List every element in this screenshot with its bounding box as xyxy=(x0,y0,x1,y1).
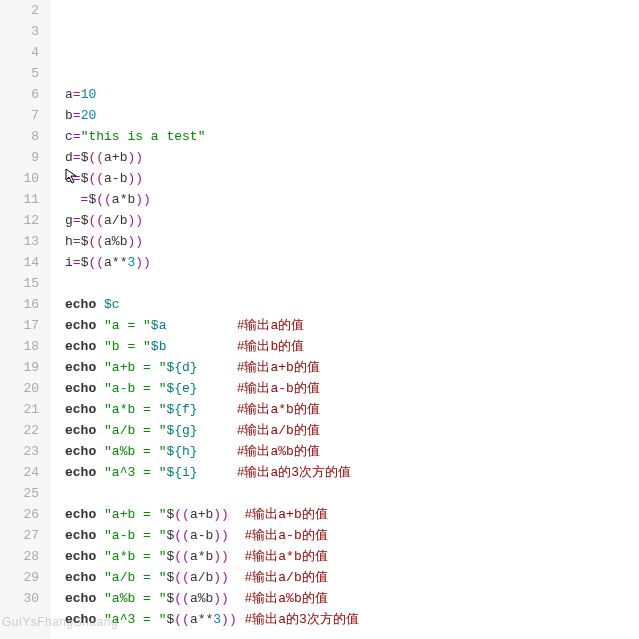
code-line[interactable]: echo "a%b = "$((a%b)) #输出a%b的值 xyxy=(65,588,398,609)
line-number: 19 xyxy=(0,357,39,378)
code-token xyxy=(96,570,104,585)
code-token: )) xyxy=(213,591,229,606)
code-line[interactable]: echo "a*b = "${f} #输出a*b的值 xyxy=(65,399,398,420)
code-line[interactable]: echo "a/b = "$((a/b)) #输出a/b的值 xyxy=(65,567,398,588)
code-line[interactable]: echo "a*b = "$((a*b)) #输出a*b的值 xyxy=(65,546,398,567)
code-token: = xyxy=(73,150,81,165)
code-token: a-b xyxy=(190,528,213,543)
code-line[interactable]: echo "a/b = "${g} #输出a/b的值 xyxy=(65,420,398,441)
code-token: e xyxy=(65,171,73,186)
code-token: (( xyxy=(88,255,104,270)
code-token: (( xyxy=(174,570,190,585)
code-token: ${d} xyxy=(166,360,197,375)
code-token xyxy=(96,423,104,438)
code-token: #输出a*b的值 xyxy=(237,402,320,417)
code-token: a+b xyxy=(104,150,127,165)
code-line[interactable]: echo "a^3 = "${i} #输出a的3次方的值 xyxy=(65,462,398,483)
code-token: echo xyxy=(65,381,96,396)
code-token: (( xyxy=(174,612,190,627)
code-token: ${g} xyxy=(166,423,197,438)
code-token: #输出a+b的值 xyxy=(245,507,328,522)
code-token xyxy=(96,339,104,354)
code-token: echo xyxy=(65,612,96,627)
code-line[interactable]: e=$((a-b)) xyxy=(65,168,398,189)
line-number: 16 xyxy=(0,294,39,315)
code-token: c xyxy=(65,129,73,144)
code-token xyxy=(96,318,104,333)
code-token: )) xyxy=(213,570,229,585)
code-area[interactable]: a=10b=20c="this is a test"d=$((a+b))e=$(… xyxy=(50,0,398,639)
code-token: 20 xyxy=(81,108,97,123)
code-line[interactable]: =$((a*b)) xyxy=(65,189,398,210)
line-number: 11 xyxy=(0,189,39,210)
code-line[interactable]: echo "a%b = "${h} #输出a%b的值 xyxy=(65,441,398,462)
code-token: = xyxy=(73,171,81,186)
code-line[interactable] xyxy=(65,63,398,84)
code-token: "a*b = " xyxy=(104,402,166,417)
code-line[interactable]: echo "a^3 = "$((a**3)) #输出a的3次方的值 xyxy=(65,609,398,630)
code-token: #输出a+b的值 xyxy=(237,360,320,375)
code-token: a%b xyxy=(190,591,213,606)
line-number: 28 xyxy=(0,546,39,567)
code-token: echo xyxy=(65,444,96,459)
code-editor[interactable]: 2345678910111213141516171819202122232425… xyxy=(0,0,639,639)
code-token xyxy=(198,465,237,480)
code-line[interactable]: echo "a-b = "${e} #输出a-b的值 xyxy=(65,378,398,399)
line-number: 5 xyxy=(0,63,39,84)
code-line[interactable]: i=$((a**3)) xyxy=(65,252,398,273)
code-token: = xyxy=(73,129,81,144)
code-line[interactable]: c="this is a test" xyxy=(65,126,398,147)
code-token: #输出b的值 xyxy=(237,339,305,354)
code-token xyxy=(96,465,104,480)
line-number: 24 xyxy=(0,462,39,483)
line-number: 3 xyxy=(0,21,39,42)
code-token xyxy=(229,570,245,585)
code-token: )) xyxy=(127,234,143,249)
code-token xyxy=(229,591,245,606)
code-token: )) xyxy=(213,549,229,564)
code-line[interactable]: echo "a+b = "${d} #输出a+b的值 xyxy=(65,357,398,378)
code-token: ${e} xyxy=(166,381,197,396)
code-line[interactable]: g=$((a/b)) xyxy=(65,210,398,231)
code-line[interactable]: echo "a-b = "$((a-b)) #输出a-b的值 xyxy=(65,525,398,546)
code-token: "a/b = " xyxy=(104,423,166,438)
code-token: a/b xyxy=(190,570,213,585)
code-token: = xyxy=(73,234,81,249)
code-token xyxy=(96,381,104,396)
code-token: 3 xyxy=(213,612,221,627)
code-token: #输出a/b的值 xyxy=(245,570,328,585)
code-token: #输出a-b的值 xyxy=(237,381,320,396)
code-line[interactable]: echo "a+b = "$((a+b)) #输出a+b的值 xyxy=(65,504,398,525)
code-line[interactable]: b=20 xyxy=(65,105,398,126)
line-number: 7 xyxy=(0,105,39,126)
code-token: $b xyxy=(151,339,167,354)
code-token: #输出a的3次方的值 xyxy=(245,612,359,627)
code-token xyxy=(96,444,104,459)
code-token: (( xyxy=(174,507,190,522)
code-token: )) xyxy=(221,612,237,627)
line-number: 26 xyxy=(0,504,39,525)
code-token: a-b xyxy=(104,171,127,186)
code-line[interactable] xyxy=(65,483,398,504)
code-line[interactable]: echo "a = "$a #输出a的值 xyxy=(65,315,398,336)
code-token: 10 xyxy=(81,87,97,102)
line-number: 30 xyxy=(0,588,39,609)
code-line[interactable] xyxy=(65,273,398,294)
code-token: echo xyxy=(65,339,96,354)
code-token: echo xyxy=(65,507,96,522)
code-line[interactable]: h=$((a%b)) xyxy=(65,231,398,252)
code-token: (( xyxy=(88,213,104,228)
code-line[interactable] xyxy=(65,630,398,639)
code-line[interactable]: a=10 xyxy=(65,84,398,105)
line-number: 6 xyxy=(0,84,39,105)
code-token xyxy=(166,339,236,354)
code-token xyxy=(229,528,245,543)
code-token: "a%b = " xyxy=(104,444,166,459)
code-token xyxy=(198,381,237,396)
code-line[interactable]: echo $c xyxy=(65,294,398,315)
code-line[interactable]: echo "b = "$b #输出b的值 xyxy=(65,336,398,357)
code-line[interactable]: d=$((a+b)) xyxy=(65,147,398,168)
code-token: ${i} xyxy=(166,465,197,480)
code-token xyxy=(96,549,104,564)
code-token xyxy=(198,423,237,438)
